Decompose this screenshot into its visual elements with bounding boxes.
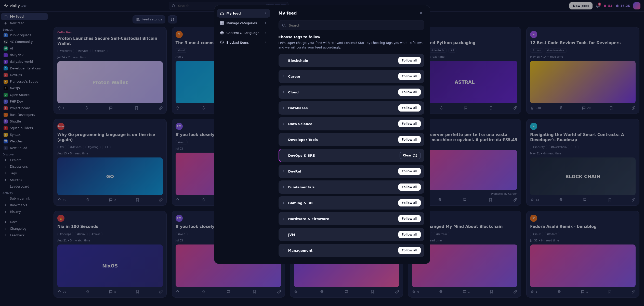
category-row-blockchain[interactable]: BlockchainFollow all bbox=[279, 54, 424, 67]
chevron-right-icon bbox=[282, 75, 285, 78]
modal-search-input[interactable] bbox=[288, 23, 421, 28]
svg-rect-17 bbox=[220, 23, 222, 25]
category-row-management[interactable]: ManagementFollow all bbox=[279, 244, 424, 257]
follow-all-button[interactable]: Follow all bbox=[398, 89, 420, 96]
category-name: JVM bbox=[288, 233, 295, 237]
chevron-right-icon bbox=[264, 31, 267, 34]
chevron-right-icon bbox=[264, 21, 267, 25]
follow-all-button[interactable]: Follow all bbox=[398, 73, 420, 80]
category-row-databases[interactable]: DatabasesFollow all bbox=[279, 101, 424, 115]
block-icon bbox=[220, 40, 224, 44]
follow-all-button[interactable]: Follow all bbox=[398, 231, 420, 238]
category-name: Blockchain bbox=[288, 59, 308, 63]
category-name: Cloud bbox=[288, 90, 299, 94]
follow-all-button[interactable]: Follow all bbox=[398, 57, 420, 64]
home-icon bbox=[220, 11, 224, 15]
follow-all-button[interactable]: Follow all bbox=[398, 136, 420, 143]
modal-nav-blocked-items[interactable]: Blocked items bbox=[217, 38, 270, 47]
category-row-devrel[interactable]: DevRelFollow all bbox=[279, 165, 424, 178]
globe-icon bbox=[220, 31, 224, 35]
chevron-right-icon bbox=[282, 217, 285, 220]
modal-body: My feed Choose tags to follow Let's supe… bbox=[273, 5, 430, 264]
follow-all-button[interactable]: Follow all bbox=[398, 104, 420, 112]
category-name: Career bbox=[288, 75, 301, 78]
search-icon bbox=[282, 23, 286, 27]
modal-heading: Choose tags to follow bbox=[279, 35, 424, 39]
chevron-right-icon bbox=[282, 249, 285, 252]
chevron-right-icon bbox=[282, 154, 285, 157]
grid-icon bbox=[220, 21, 224, 25]
follow-all-button[interactable]: Follow all bbox=[398, 120, 420, 127]
category-name: DevOps & SRE bbox=[288, 154, 315, 157]
category-row-hardware-firmware[interactable]: Hardware & FirmwareFollow all bbox=[279, 212, 424, 225]
svg-rect-18 bbox=[222, 23, 224, 25]
chevron-right-icon bbox=[264, 12, 267, 15]
clear-button[interactable]: Clear (1) bbox=[400, 152, 420, 159]
chevron-right-icon bbox=[282, 170, 285, 173]
category-row-jvm[interactable]: JVMFollow all bbox=[279, 228, 424, 241]
follow-all-button[interactable]: Follow all bbox=[398, 168, 420, 175]
chevron-right-icon bbox=[264, 41, 267, 44]
category-row-data-science[interactable]: Data ScienceFollow all bbox=[279, 117, 424, 130]
chevron-right-icon bbox=[282, 106, 285, 109]
category-name: DevRel bbox=[288, 169, 301, 173]
follow-all-button[interactable]: Follow all bbox=[398, 247, 420, 254]
category-name: Fundamentals bbox=[288, 185, 315, 189]
follow-all-button[interactable]: Follow all bbox=[398, 199, 420, 206]
modal-nav: My feedManage categoriesContent & Langua… bbox=[214, 5, 273, 264]
svg-rect-16 bbox=[222, 21, 224, 23]
chevron-right-icon bbox=[282, 138, 285, 141]
modal-desc: Let's super-charge your feed with releva… bbox=[279, 41, 424, 50]
category-row-devops-sre[interactable]: DevOps & SREClear (1) bbox=[279, 149, 424, 162]
chevron-right-icon bbox=[282, 233, 285, 236]
category-row-fundamentals[interactable]: FundamentalsFollow all bbox=[279, 180, 424, 194]
follow-all-button[interactable]: Follow all bbox=[398, 215, 420, 222]
modal-nav-manage-categories[interactable]: Manage categories bbox=[217, 19, 270, 27]
chevron-right-icon bbox=[282, 59, 285, 62]
modal-nav-content-language[interactable]: Content & Language bbox=[217, 28, 270, 37]
chevron-right-icon bbox=[282, 91, 285, 94]
category-row-career[interactable]: CareerFollow all bbox=[279, 70, 424, 83]
svg-point-21 bbox=[282, 24, 285, 26]
modal-nav-my-feed[interactable]: My feed bbox=[217, 9, 270, 18]
svg-rect-15 bbox=[220, 21, 222, 23]
chevron-right-icon bbox=[282, 186, 285, 189]
chevron-right-icon bbox=[282, 122, 285, 125]
category-name: Management bbox=[288, 249, 313, 252]
modal-close-button[interactable] bbox=[417, 9, 424, 17]
close-icon bbox=[419, 11, 423, 15]
modal-search[interactable] bbox=[279, 20, 424, 30]
category-row-cloud[interactable]: CloudFollow all bbox=[279, 85, 424, 99]
category-name: Gaming & 3D bbox=[288, 201, 313, 205]
chevron-right-icon bbox=[282, 201, 285, 204]
category-name: Hardware & Firmware bbox=[288, 217, 329, 221]
category-name: Databases bbox=[288, 106, 308, 110]
follow-all-button[interactable]: Follow all bbox=[398, 183, 420, 191]
modal-title: My feed bbox=[279, 11, 297, 16]
category-name: Data Science bbox=[288, 122, 312, 126]
feed-settings-modal: My feedManage categoriesContent & Langua… bbox=[214, 5, 430, 264]
category-name: Developer Tools bbox=[288, 138, 318, 142]
category-row-developer-tools[interactable]: Developer ToolsFollow all bbox=[279, 133, 424, 146]
category-row-gaming-3d[interactable]: Gaming & 3DFollow all bbox=[279, 196, 424, 210]
